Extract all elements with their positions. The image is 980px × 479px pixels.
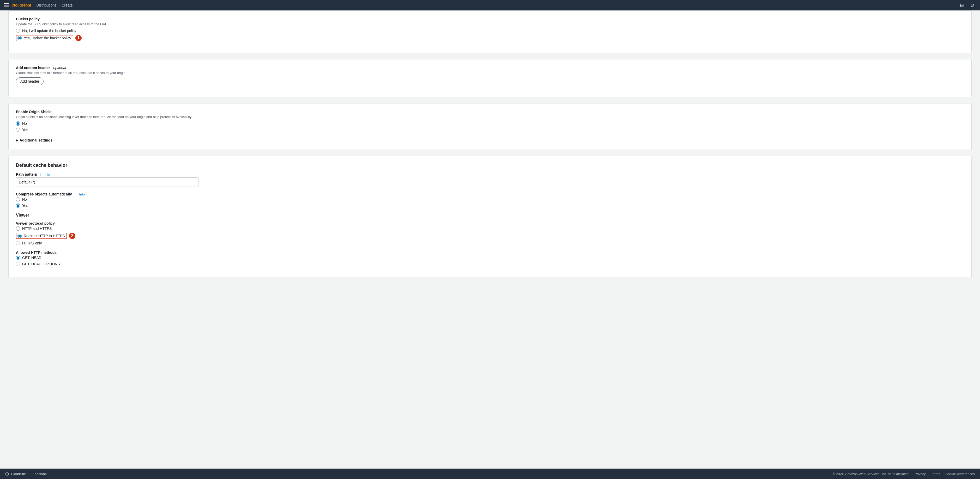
bottom-bar: ⬡ CloudShell Feedback © 2024, Amazon Web…	[0, 469, 980, 479]
radio-get-head-options[interactable]: GET, HEAD, OPTIONS	[16, 262, 964, 266]
main-content: Bucket policy Update the S3 bucket polic…	[0, 10, 980, 469]
cache-behavior-title: Default cache behavior	[16, 163, 964, 168]
radio-https-only-label: HTTPS only	[22, 241, 42, 245]
breadcrumb-chevron-1: ›	[33, 3, 34, 7]
radio-no-update[interactable]: No, I will update the bucket policy	[16, 29, 964, 33]
breadcrumb-create: Create	[62, 3, 73, 7]
viewer-section-title: Viewer	[16, 213, 964, 217]
radio-compress-no-input[interactable]	[16, 197, 20, 201]
bucket-policy-label: Bucket policy	[16, 17, 964, 21]
radio-redirect-row: Redirect HTTP to HTTPS 2	[16, 233, 964, 239]
menu-icon[interactable]	[4, 3, 10, 8]
terms-link[interactable]: Terms	[931, 472, 940, 476]
path-pattern-label: Path pattern | Info	[16, 172, 964, 176]
additional-settings-label: Additional settings	[19, 138, 52, 142]
radio-https-only-input[interactable]	[16, 241, 20, 245]
breadcrumb-distributions[interactable]: Distributions	[36, 3, 56, 7]
path-pattern-info-link[interactable]: Info	[45, 173, 50, 176]
custom-header-description: CloudFront includes this header in all r…	[16, 71, 964, 75]
radio-shield-no-label: No	[22, 121, 27, 125]
cache-behavior-section: Default cache behavior Path pattern | In…	[8, 156, 972, 278]
bucket-policy-description: Update the S3 bucket policy to allow rea…	[16, 22, 964, 26]
radio-no-update-input[interactable]	[16, 29, 20, 33]
viewer-protocol-field: Viewer protocol policy HTTP and HTTPS Re…	[16, 221, 964, 245]
radio-shield-yes-label: Yes	[22, 128, 28, 132]
origin-shield-description: Origin shield is an additional caching l…	[16, 115, 964, 119]
radio-redirect-https-input[interactable]	[18, 234, 22, 238]
compress-radio-group: No Yes	[16, 197, 964, 208]
radio-no-update-label: No, I will update the bucket policy	[22, 29, 76, 33]
radio-yes-update[interactable]: Yes, update the bucket policy	[16, 35, 73, 41]
feedback-link[interactable]: Feedback	[33, 472, 48, 476]
annotation-2: 2	[69, 233, 75, 239]
allowed-methods-label: Allowed HTTP methods	[16, 251, 964, 255]
add-header-button[interactable]: Add header	[16, 78, 43, 85]
custom-header-field: Add custom header - optional CloudFront …	[16, 66, 964, 85]
radio-https-only[interactable]: HTTPS only	[16, 241, 964, 245]
radio-get-head-options-input[interactable]	[16, 262, 20, 266]
bucket-policy-field: Bucket policy Update the S3 bucket polic…	[16, 17, 964, 41]
radio-http-https-input[interactable]	[16, 227, 20, 231]
apps-icon[interactable]: ⊞	[958, 2, 966, 9]
cookie-preferences-link[interactable]: Cookie preferences	[945, 472, 975, 476]
origin-shield-field: Enable Origin Shield Origin shield is an…	[16, 110, 964, 132]
radio-get-head-options-label: GET, HEAD, OPTIONS	[22, 262, 60, 266]
radio-http-https-label: HTTP and HTTPS	[22, 227, 52, 231]
nav-right-actions: ⊞ ⊙	[958, 2, 976, 9]
radio-shield-yes[interactable]: Yes	[16, 128, 964, 132]
viewer-protocol-label: Viewer protocol policy	[16, 221, 964, 225]
privacy-link[interactable]: Privacy	[915, 472, 926, 476]
origin-shield-section: Enable Origin Shield Origin shield is an…	[8, 103, 972, 150]
radio-shield-no-input[interactable]	[16, 121, 20, 125]
copyright-text: © 2024, Amazon Web Services, Inc. or its…	[833, 472, 910, 476]
top-navigation: CloudFront › Distributions › Create ⊞ ⊙	[0, 0, 980, 10]
service-name[interactable]: CloudFront	[11, 3, 31, 7]
radio-compress-yes[interactable]: Yes	[16, 203, 964, 208]
radio-compress-no-label: No	[22, 197, 27, 201]
breadcrumb-chevron-2: ›	[59, 3, 59, 7]
custom-header-label: Add custom header - optional	[16, 66, 964, 70]
bucket-policy-radio-group: No, I will update the bucket policy Yes,…	[16, 29, 964, 41]
annotation-1: 1	[75, 35, 82, 41]
radio-get-head-label: GET, HEAD	[22, 256, 41, 260]
cloudshell-icon: ⬡	[5, 471, 9, 476]
cloudshell-button[interactable]: ⬡ CloudShell	[5, 471, 27, 476]
cloudshell-label: CloudShell	[11, 472, 27, 476]
radio-yes-update-input[interactable]	[18, 36, 22, 40]
radio-shield-no[interactable]: No	[16, 121, 964, 125]
compress-objects-label: Compress objects automatically | Info	[16, 192, 964, 196]
allowed-methods-radio-group: GET, HEAD GET, HEAD, OPTIONS	[16, 256, 964, 266]
radio-get-head[interactable]: GET, HEAD	[16, 256, 964, 260]
origin-shield-label: Enable Origin Shield	[16, 110, 964, 114]
custom-header-section: Add custom header - optional CloudFront …	[8, 59, 972, 97]
additional-settings-arrow: ▶	[16, 139, 18, 142]
radio-http-https[interactable]: HTTP and HTTPS	[16, 227, 964, 231]
radio-compress-no[interactable]: No	[16, 197, 964, 201]
viewer-protocol-radio-group: HTTP and HTTPS Redirect HTTP to HTTPS 2 …	[16, 227, 964, 245]
compress-objects-field: Compress objects automatically | Info No…	[16, 192, 964, 208]
radio-shield-yes-input[interactable]	[16, 128, 20, 132]
compress-info-link[interactable]: Info	[79, 192, 85, 196]
radio-yes-update-label: Yes, update the bucket policy	[24, 36, 71, 40]
origin-shield-radio-group: No Yes	[16, 121, 964, 132]
viewer-section: Viewer Viewer protocol policy HTTP and H…	[16, 213, 964, 266]
radio-redirect-https[interactable]: Redirect HTTP to HTTPS	[16, 233, 67, 239]
radio-redirect-https-label: Redirect HTTP to HTTPS	[24, 234, 65, 238]
radio-get-head-input[interactable]	[16, 256, 20, 260]
path-pattern-divider: |	[40, 172, 42, 176]
radio-compress-yes-input[interactable]	[16, 203, 20, 208]
bottom-right: © 2024, Amazon Web Services, Inc. or its…	[833, 472, 975, 476]
radio-compress-yes-label: Yes	[22, 203, 28, 208]
path-pattern-field: Path pattern | Info	[16, 172, 964, 187]
allowed-methods-field: Allowed HTTP methods GET, HEAD GET, HEAD…	[16, 251, 964, 266]
user-icon[interactable]: ⊙	[969, 2, 976, 9]
additional-settings-toggle[interactable]: ▶ Additional settings	[16, 137, 964, 143]
path-pattern-input[interactable]	[16, 178, 199, 187]
bucket-policy-section: Bucket policy Update the S3 bucket polic…	[8, 10, 972, 53]
radio-yes-update-row: Yes, update the bucket policy 1	[16, 35, 964, 41]
compress-divider: |	[75, 192, 77, 196]
